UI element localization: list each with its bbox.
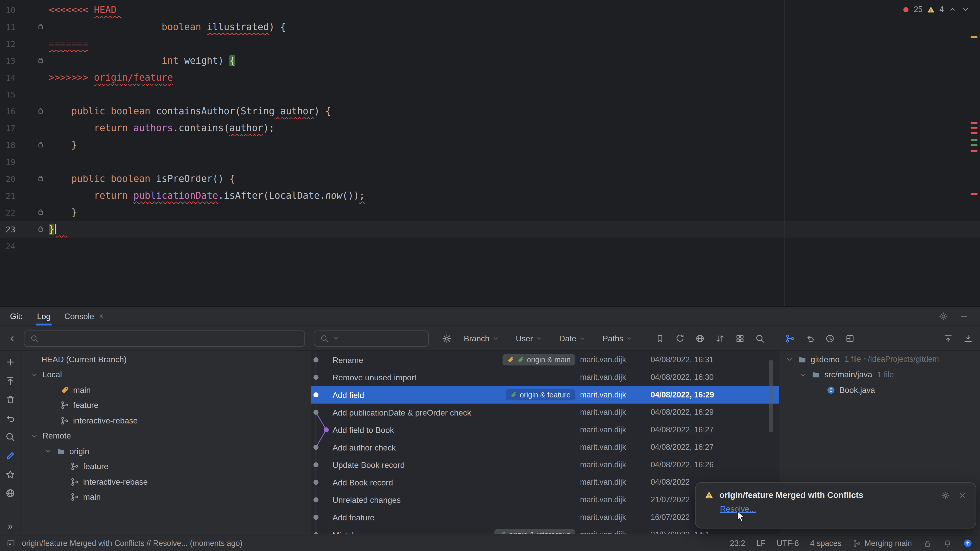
- expand-all-icon[interactable]: [963, 333, 973, 343]
- code-line[interactable]: 15: [0, 86, 980, 103]
- indent-widget[interactable]: 4 spaces: [810, 539, 842, 548]
- project-tree-item[interactable]: CBook.java: [780, 383, 980, 398]
- search-icon[interactable]: [5, 432, 16, 442]
- chevron-down-icon[interactable]: [785, 355, 794, 364]
- tool-window-settings-icon[interactable]: [939, 311, 948, 321]
- chevron-down-icon[interactable]: [44, 447, 52, 456]
- trash-icon[interactable]: [5, 394, 16, 405]
- notifications-icon[interactable]: [943, 539, 952, 548]
- code-line[interactable]: 12=======: [0, 36, 980, 52]
- code-line[interactable]: 21 return publicationDate.isAfter(LocalD…: [0, 187, 980, 204]
- tab-log[interactable]: Log: [30, 306, 57, 325]
- chevron-down-icon[interactable]: [799, 370, 808, 379]
- sort-icon[interactable]: [715, 333, 725, 343]
- resolve-link[interactable]: Resolve...: [720, 504, 756, 513]
- branch-item[interactable]: main: [21, 383, 311, 398]
- commit-row[interactable]: Add publicationDate & preOrder checkmari…: [311, 403, 779, 421]
- branch-item[interactable]: Local: [21, 367, 311, 383]
- refresh-icon[interactable]: [675, 333, 685, 343]
- git-branch-widget[interactable]: Merging main: [853, 539, 912, 548]
- commit-row[interactable]: Renameorigin & mainmarit.van.dijk04/08/2…: [311, 351, 779, 368]
- lock-icon[interactable]: [923, 539, 932, 548]
- tool-window-switcher-icon[interactable]: [6, 538, 16, 548]
- commit-row[interactable]: Add field to Bookmarit.van.dijk04/08/202…: [311, 421, 779, 439]
- scrollbar-error-stripe[interactable]: [969, 0, 980, 306]
- hide-tool-window-icon[interactable]: [959, 311, 969, 321]
- notification-close-icon[interactable]: [958, 491, 967, 499]
- commit-list-scrollbar[interactable]: [769, 360, 773, 432]
- code-line[interactable]: 24: [0, 238, 980, 255]
- commit-row[interactable]: Add fieldorigin & featuremarit.van.dijk0…: [311, 386, 779, 403]
- branch-item[interactable]: origin: [21, 444, 311, 459]
- branch-search-field[interactable]: [24, 330, 305, 346]
- filter-paths[interactable]: Paths: [603, 333, 633, 343]
- code-line[interactable]: 16 public boolean containsAuthor(String …: [0, 103, 980, 120]
- pencil-icon[interactable]: [5, 451, 16, 461]
- update-icon[interactable]: [963, 538, 973, 548]
- plus-icon[interactable]: [5, 357, 16, 367]
- bookmark-icon[interactable]: [655, 333, 665, 343]
- close-tab-icon[interactable]: ×: [99, 312, 103, 321]
- branch-item[interactable]: interactive-rebase: [21, 474, 311, 489]
- checkout-icon[interactable]: [5, 375, 16, 386]
- log-filter-field[interactable]: [313, 330, 429, 346]
- commit-row[interactable]: Update Book recordmarit.van.dijk04/08/20…: [311, 456, 779, 474]
- code-line[interactable]: 14>>>>>>> origin/feature: [0, 69, 980, 86]
- branch-item[interactable]: feature: [21, 398, 311, 413]
- branch-item[interactable]: main: [21, 489, 311, 505]
- code-line[interactable]: 11 boolean illustrated) {: [0, 19, 980, 35]
- fold-icon[interactable]: [37, 175, 44, 183]
- globe-icon[interactable]: [695, 333, 705, 343]
- chevron-down-icon[interactable]: [30, 432, 39, 440]
- code-line[interactable]: 17 return authors.contains(author);: [0, 120, 980, 137]
- branch-item[interactable]: HEAD (Current Branch): [21, 352, 311, 367]
- filter-branch[interactable]: Branch: [464, 333, 500, 343]
- branch-chip[interactable]: origin & main: [503, 354, 575, 365]
- branch-chip[interactable]: origin & interactive: [495, 529, 575, 534]
- undo-icon[interactable]: [805, 333, 815, 343]
- filter-user[interactable]: User: [516, 333, 543, 343]
- encoding-widget[interactable]: UTF-8: [777, 539, 799, 548]
- fold-icon[interactable]: [37, 57, 44, 64]
- previous-problem-icon[interactable]: [948, 5, 957, 14]
- compare-icon[interactable]: [785, 333, 795, 343]
- more-icon[interactable]: »: [8, 521, 13, 531]
- code-editor[interactable]: 10<<<<<<< HEAD 11 boolean illustrated) {…: [0, 0, 980, 306]
- project-tree-item[interactable]: gitdemo1 file ~/IdeaProjects/gitdem: [780, 352, 980, 367]
- globe-icon[interactable]: [5, 488, 16, 499]
- branch-item[interactable]: Remote: [21, 428, 311, 444]
- history-icon[interactable]: [825, 333, 835, 343]
- chevron-down-icon[interactable]: [30, 370, 39, 379]
- search-icon[interactable]: [755, 333, 765, 343]
- tab-console[interactable]: Console×: [57, 306, 110, 325]
- code-line[interactable]: 18 }: [0, 137, 980, 154]
- code-line[interactable]: 23}: [0, 221, 980, 238]
- fold-icon[interactable]: [37, 141, 44, 148]
- fold-icon[interactable]: [37, 23, 44, 30]
- code-line[interactable]: 10<<<<<<< HEAD: [0, 2, 980, 19]
- filter-date[interactable]: Date: [559, 333, 586, 343]
- code-line[interactable]: 19: [0, 154, 980, 170]
- code-line[interactable]: 22 }: [0, 204, 980, 221]
- back-icon[interactable]: [7, 333, 17, 343]
- inspections-widget[interactable]: 25 4: [903, 5, 970, 14]
- fold-icon[interactable]: [37, 107, 44, 115]
- branch-item[interactable]: feature: [21, 459, 311, 474]
- star-icon[interactable]: [5, 469, 16, 480]
- code-line[interactable]: 20 public boolean isPreOrder() {: [0, 171, 980, 187]
- line-separator-widget[interactable]: LF: [756, 539, 765, 548]
- status-message[interactable]: origin/feature Merged with Conflicts // …: [22, 539, 242, 548]
- rollback-icon[interactable]: [5, 413, 16, 424]
- commit-row[interactable]: Add author checkmarit.van.dijk04/08/2022…: [311, 438, 779, 456]
- code-line[interactable]: 13 int weight) {: [0, 52, 980, 69]
- notification-settings-icon[interactable]: [941, 491, 950, 499]
- branch-item[interactable]: interactive-rebase: [21, 413, 311, 428]
- layout-icon[interactable]: [845, 333, 855, 343]
- match-settings-icon[interactable]: [442, 333, 452, 343]
- commit-row[interactable]: Remove unused importmarit.van.dijk04/08/…: [311, 368, 779, 386]
- caret-position-widget[interactable]: 23:2: [730, 539, 745, 548]
- collapse-all-icon[interactable]: [943, 333, 953, 343]
- project-tree-item[interactable]: src/main/java1 file: [780, 367, 980, 383]
- branch-chip[interactable]: origin & feature: [505, 389, 575, 400]
- fold-icon[interactable]: [37, 209, 44, 216]
